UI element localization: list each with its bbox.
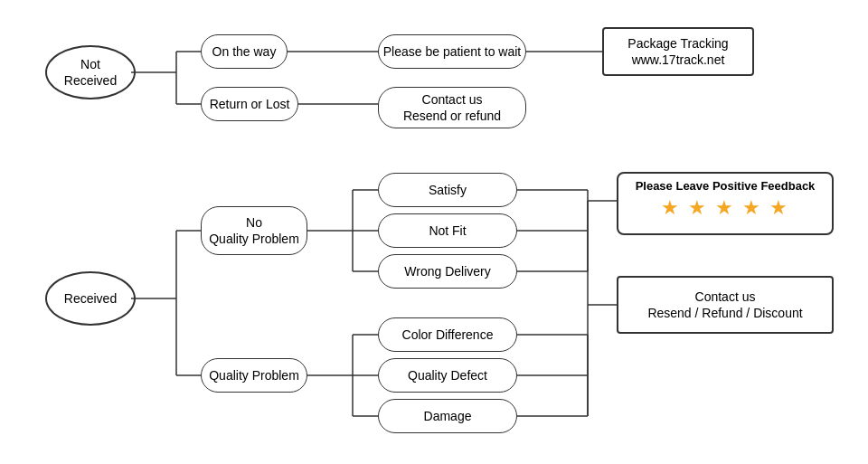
feedback-title: Please Leave Positive Feedback: [627, 179, 823, 193]
quality-defect-node: Quality Defect: [378, 358, 517, 393]
no-quality-problem-node: No Quality Problem: [201, 206, 307, 255]
package-tracking-node: Package Tracking www.17track.net: [602, 27, 754, 76]
color-difference-node: Color Difference: [378, 317, 517, 352]
damage-node: Damage: [378, 399, 517, 433]
not-received-node: Not Received: [45, 45, 136, 99]
feedback-box: Please Leave Positive Feedback ★ ★ ★ ★ ★: [617, 172, 834, 235]
return-or-lost-node: Return or Lost: [201, 87, 298, 121]
stars-display: ★ ★ ★ ★ ★: [627, 196, 823, 220]
received-node: Received: [45, 271, 136, 326]
on-the-way-node: On the way: [201, 34, 288, 69]
not-fit-node: Not Fit: [378, 213, 517, 248]
patient-wait-node: Please be patient to wait: [378, 34, 526, 69]
wrong-delivery-node: Wrong Delivery: [378, 254, 517, 289]
contact-resend-refund-discount-node: Contact us Resend / Refund / Discount: [617, 276, 834, 334]
contact-resend-refund-node: Contact us Resend or refund: [378, 87, 526, 128]
quality-problem-node: Quality Problem: [201, 358, 307, 393]
satisfy-node: Satisfy: [378, 173, 517, 207]
